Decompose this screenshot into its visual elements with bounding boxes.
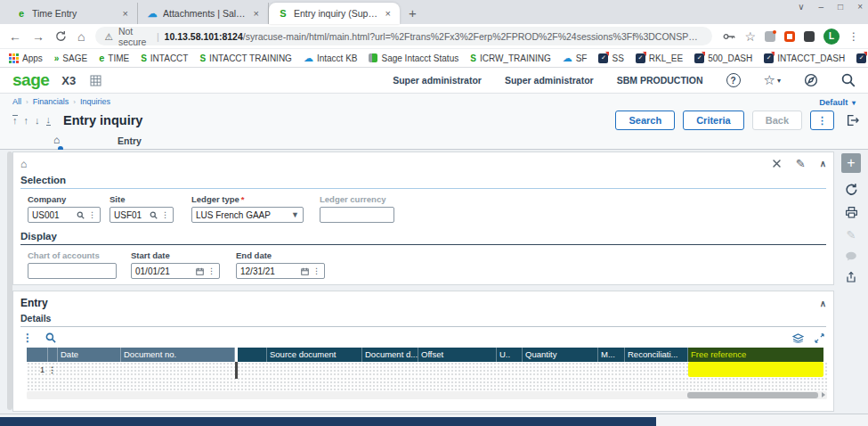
lookup-icon[interactable] <box>77 211 85 219</box>
column-header-source-document[interactable]: Source document <box>267 348 362 362</box>
calendar-icon[interactable] <box>196 267 204 275</box>
user-name[interactable]: Super administrator <box>393 75 482 86</box>
bookmark-x3-dash[interactable]: ✓ X3_DASH <box>856 53 868 63</box>
bookmark-intacct-kb[interactable]: ☁ Intacct KB <box>304 53 358 64</box>
refresh-icon[interactable] <box>845 183 858 196</box>
endpoint-name[interactable]: SBM PRODUCTION <box>617 75 703 86</box>
record-home-icon[interactable]: ⌂ <box>53 134 60 146</box>
upload-icon[interactable] <box>845 271 857 283</box>
layers-icon[interactable] <box>792 333 804 343</box>
company-input[interactable]: US001 ⋮ <box>28 207 101 223</box>
back-button[interactable]: Back <box>752 111 802 130</box>
frozen-pane-splitter[interactable] <box>235 362 238 379</box>
horizontal-scrollbar[interactable] <box>27 391 827 399</box>
column-header-free-reference[interactable]: Free reference <box>688 348 823 362</box>
next-record-icon[interactable]: ↓ <box>35 115 40 126</box>
compass-icon[interactable] <box>804 73 818 87</box>
start-date-input[interactable]: 01/01/21 ⋮ <box>131 263 220 279</box>
browser-menu-kebab-icon[interactable]: ⋮ <box>848 30 859 43</box>
home-icon[interactable]: ⌂ <box>77 30 85 43</box>
collapse-chevron-icon[interactable]: ∧ <box>820 299 826 308</box>
bookmark-apps[interactable]: Apps <box>9 53 43 63</box>
extension-icon[interactable] <box>804 31 815 42</box>
browser-tab-time-entry[interactable]: e Time Entry × <box>7 3 138 24</box>
forward-icon[interactable]: → <box>32 30 45 43</box>
browser-tab-salesforce[interactable]: ☁ Attachments | Salesforce × <box>138 3 269 24</box>
expand-icon[interactable] <box>815 333 824 343</box>
search-icon[interactable] <box>841 73 856 87</box>
cell-offset[interactable] <box>418 362 497 377</box>
field-kebab-icon[interactable]: ⋮ <box>88 210 96 219</box>
navigation-grid-icon[interactable] <box>90 75 101 86</box>
new-tab-button[interactable]: + <box>400 5 427 24</box>
column-header-date[interactable]: Date <box>58 348 121 362</box>
tools-icon[interactable] <box>772 159 782 168</box>
column-header[interactable] <box>27 348 48 362</box>
bookmark-sage-intacct-status[interactable]: Sage Intacct Status <box>369 53 458 63</box>
key-icon[interactable] <box>723 31 735 42</box>
minimize-icon[interactable]: – <box>819 2 824 12</box>
exit-icon[interactable] <box>846 114 859 127</box>
column-header-reconciliation[interactable]: Reconciliati... <box>625 348 688 362</box>
column-header-document-no[interactable]: Document no. <box>121 348 235 362</box>
field-kebab-icon[interactable]: ⋮ <box>312 266 320 275</box>
last-record-icon[interactable]: ↓ <box>46 115 52 126</box>
scrollbar-right-arrow[interactable] <box>822 392 825 397</box>
criteria-button[interactable]: Criteria <box>683 111 744 130</box>
browser-tab-entry-inquiry[interactable]: S Entry inquiry (Super administrat... × <box>269 3 400 24</box>
bookmark-intacct-training[interactable]: S INTACCT TRAINING <box>199 53 291 63</box>
chart-of-accounts-input[interactable] <box>28 263 117 279</box>
close-tab-icon[interactable]: × <box>121 8 130 19</box>
close-tab-icon[interactable]: × <box>252 8 261 19</box>
column-header-offset[interactable]: Offset <box>418 348 497 362</box>
bookmark-icrw-training[interactable]: S ICRW_TRAINING <box>470 53 551 63</box>
column-header-quantity[interactable]: Quantity <box>523 348 598 362</box>
bookmark-rkl-ee[interactable]: ✓ RKL_EE <box>636 53 683 63</box>
calendar-icon[interactable] <box>301 267 309 275</box>
bookmark-sf[interactable]: ☁ SF <box>563 53 588 64</box>
breadcrumb-inquiries[interactable]: Inquiries <box>80 97 110 106</box>
back-icon[interactable]: ← <box>9 30 21 43</box>
profile-avatar[interactable]: L <box>823 29 840 45</box>
site-input[interactable]: USF01 ⋮ <box>110 207 174 223</box>
bookmark-500-dash[interactable]: ✓ 500_DASH <box>694 53 752 63</box>
more-actions-kebab-button[interactable]: ⋮ <box>810 111 834 130</box>
bookmark-star-icon[interactable]: ☆ <box>744 29 756 44</box>
cell-reconciliation[interactable] <box>625 362 688 377</box>
cell-date[interactable] <box>58 362 121 377</box>
bookmark-intacct[interactable]: S INTACCT <box>141 53 188 63</box>
grid-search-icon[interactable] <box>45 332 56 343</box>
scrollbar-thumb[interactable] <box>687 392 818 398</box>
cell-free-reference-selected[interactable] <box>688 362 823 377</box>
view-selector[interactable]: Default ▾ <box>819 97 856 107</box>
cell-document-no[interactable] <box>121 362 235 377</box>
section-home-icon[interactable]: ⌂ <box>20 158 27 170</box>
grid-row-1[interactable]: 1 ⋮ <box>27 362 827 377</box>
end-date-input[interactable]: 12/31/21 ⋮ <box>236 263 325 279</box>
cell-m[interactable] <box>598 362 625 377</box>
help-icon[interactable]: ? <box>726 73 741 87</box>
ledger-currency-input[interactable] <box>320 207 394 223</box>
extension-icon[interactable] <box>784 31 795 42</box>
extension-icon[interactable] <box>765 31 775 42</box>
bookmark-intacct-dash[interactable]: ✓ INTACCT_DASH <box>764 53 845 63</box>
printer-icon[interactable] <box>845 206 858 218</box>
bookmark-sage[interactable]: » SAGE <box>54 53 87 63</box>
chevron-down-icon[interactable]: ∨ <box>798 2 804 12</box>
collapse-chevron-icon[interactable]: ∧ <box>820 159 826 168</box>
field-kebab-icon[interactable]: ⋮ <box>207 266 215 275</box>
row-kebab-icon[interactable]: ⋮ <box>48 365 56 374</box>
column-header[interactable] <box>48 348 58 362</box>
column-header-unit[interactable]: U.. <box>497 348 523 362</box>
address-bar[interactable]: ⚠ Not secure | 10.13.58.101:8124/syracus… <box>95 27 712 45</box>
close-tab-icon[interactable]: × <box>384 8 393 19</box>
field-kebab-icon[interactable]: ⋮ <box>161 210 169 219</box>
column-header-m[interactable]: M... <box>598 348 625 362</box>
user-role[interactable]: Super administrator <box>505 75 594 86</box>
search-button[interactable]: Search <box>615 111 675 130</box>
close-icon[interactable]: × <box>857 2 863 12</box>
cell-unit[interactable] <box>497 362 523 377</box>
breadcrumb-all[interactable]: All <box>12 97 21 106</box>
cell-quantity[interactable] <box>523 362 598 377</box>
column-header-document-date[interactable]: Document d... <box>362 348 418 362</box>
